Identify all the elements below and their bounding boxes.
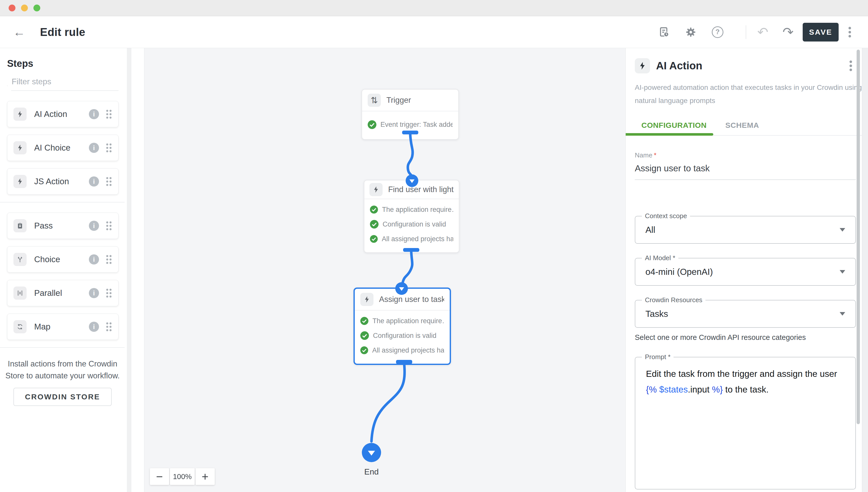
crowdin-resources-select[interactable]: Crowdin Resources Tasks [635, 300, 856, 328]
kebab-menu-icon[interactable] [849, 60, 852, 72]
panel-description: AI-powered automation action that execut… [635, 81, 864, 107]
step-item-js-action[interactable]: JS Action i [7, 168, 119, 195]
step-item-ai-choice[interactable]: AI Choice i [7, 134, 119, 161]
info-icon[interactable]: i [89, 221, 99, 231]
check-label: All assigned projects ha… [382, 235, 453, 243]
drag-handle-icon[interactable] [105, 322, 112, 332]
back-icon[interactable]: ← [13, 26, 25, 38]
sidebar-divider [0, 202, 125, 202]
fullscreen-window-button[interactable] [33, 4, 40, 11]
step-item-map[interactable]: Map i [7, 314, 119, 340]
filter-steps-input[interactable] [11, 75, 119, 91]
chevron-down-icon[interactable] [840, 312, 845, 316]
check-label: Configuration is valid [383, 220, 446, 228]
config-panel: AI Action AI-powered automation action t… [625, 48, 868, 492]
step-item-pass[interactable]: Pass i [7, 213, 119, 239]
tab-schema[interactable]: SCHEMA [719, 121, 766, 135]
lightning-icon [360, 293, 373, 306]
step-item-ai-action[interactable]: AI Action i [7, 101, 119, 127]
filter-steps-row [7, 75, 119, 91]
step-item-label: Map [34, 322, 50, 331]
resources-helper-text: Select one or more Crowdin API resource … [635, 333, 856, 342]
context-scope-select[interactable]: Context scope All [635, 216, 856, 244]
lightning-icon [635, 58, 650, 73]
node-find-user[interactable]: Find user with lighte… The application r… [364, 180, 459, 253]
node-header: Find user with lighte… [364, 180, 459, 199]
updown-arrows-icon: ⇅ [368, 94, 381, 107]
step-item-choice[interactable]: Choice i [7, 246, 119, 273]
minimize-window-button[interactable] [21, 4, 28, 11]
sidebar-scrollbar[interactable] [127, 48, 131, 492]
name-field-label: Name* [635, 151, 856, 159]
info-icon[interactable]: i [89, 176, 99, 187]
node-title: Trigger [386, 96, 411, 105]
drag-handle-icon[interactable] [105, 109, 112, 119]
check-row: Event trigger: Task added [368, 115, 453, 133]
crowdin-resources-label: Crowdin Resources [642, 296, 705, 304]
wire-find-to-assign [402, 251, 412, 284]
drag-handle-icon[interactable] [105, 221, 112, 231]
zoom-in-button[interactable]: + [195, 468, 215, 485]
lightning-icon [369, 183, 383, 196]
required-asterisk: * [654, 151, 656, 159]
drag-handle-icon[interactable] [105, 143, 112, 153]
parallel-bars-icon [14, 287, 27, 300]
chevron-down-icon[interactable] [840, 228, 845, 231]
check-row: All assigned projects ha… [370, 231, 453, 246]
close-window-button[interactable] [8, 4, 16, 11]
step-item-label: AI Action [34, 109, 67, 119]
info-icon[interactable]: i [89, 322, 99, 332]
main-area: Steps AI Action i [0, 48, 868, 492]
toolbar: ← Edit rule [0, 16, 868, 48]
crowdin-store-button[interactable]: CROWDIN STORE [14, 388, 112, 406]
help-icon[interactable]: ? [712, 26, 723, 38]
node-header: ⇅ Trigger [362, 90, 458, 111]
check-row: All assigned projects ha… [360, 343, 444, 358]
info-icon[interactable]: i [89, 254, 99, 265]
prompt-value[interactable]: Edit the task from the trigger and assig… [646, 366, 845, 397]
step-item-label: Choice [34, 254, 60, 264]
end-node[interactable] [362, 443, 381, 462]
store-hint-text: Install actions from the Crowdin Store t… [0, 358, 125, 382]
search-icon [7, 81, 7, 91]
zoom-out-button[interactable]: − [150, 468, 169, 485]
ai-model-select[interactable]: AI Model * o4-mini (OpenAI) [635, 258, 856, 286]
info-icon[interactable]: i [89, 288, 99, 298]
activity-log-icon[interactable] [658, 26, 670, 38]
macos-titlebar [0, 0, 868, 16]
zoom-level: 100% [170, 468, 195, 485]
panel-title: AI Action [656, 60, 702, 72]
panel-scrollbar-thumb[interactable] [857, 50, 860, 424]
node-header: Assign user to task [355, 289, 450, 310]
check-label: All assigned projects ha… [372, 346, 444, 354]
drag-handle-icon[interactable] [105, 176, 112, 187]
undo-icon[interactable]: ↶ [757, 26, 769, 39]
kebab-menu-icon[interactable] [848, 26, 851, 38]
node-trigger[interactable]: ⇅ Trigger Event trigger: Task added [362, 89, 459, 140]
step-item-parallel[interactable]: Parallel i [7, 280, 119, 306]
name-field-value[interactable]: Assign user to task [635, 163, 856, 173]
info-icon[interactable]: i [89, 143, 99, 153]
tab-configuration[interactable]: CONFIGURATION [635, 121, 713, 135]
node-title: Find user with lighte… [388, 185, 454, 194]
panel-header: AI Action [635, 58, 856, 73]
check-label: Configuration is valid [373, 332, 436, 340]
save-button[interactable]: SAVE [803, 23, 839, 42]
lightning-icon [14, 107, 27, 121]
check-row: Configuration is valid [360, 328, 444, 343]
info-icon[interactable]: i [89, 109, 99, 119]
redo-icon[interactable]: ↷ [782, 26, 794, 39]
node-checks: Event trigger: Task added [362, 112, 458, 139]
node-assign-user-selected[interactable]: Assign user to task The application requ… [354, 288, 451, 365]
drag-handle-icon[interactable] [105, 288, 112, 298]
workflow-canvas[interactable]: ⇅ Trigger Event trigger: Task added [144, 48, 625, 492]
node-checks: The application require… Configuration i… [364, 199, 459, 252]
prompt-field[interactable]: Prompt * Edit the task from the trigger … [635, 357, 856, 490]
drag-handle-icon[interactable] [105, 254, 112, 265]
step-item-label: Pass [34, 221, 53, 230]
clipboard-down-icon [14, 219, 27, 232]
check-label: Event trigger: Task added [381, 121, 453, 128]
chevron-down-icon[interactable] [840, 270, 845, 274]
gear-icon[interactable] [685, 26, 697, 38]
name-field[interactable]: Name* Assign user to task [635, 151, 856, 180]
